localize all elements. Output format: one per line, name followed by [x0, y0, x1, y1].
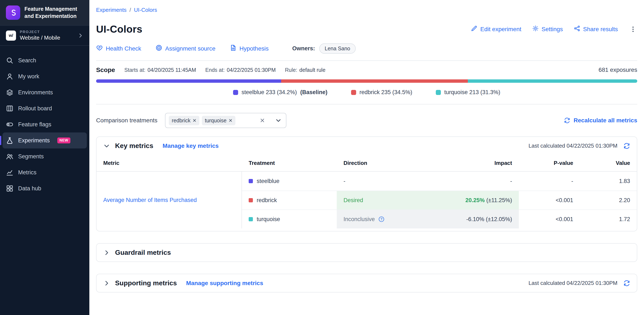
project-info: PROJECT Website / Mobile	[20, 30, 60, 41]
metric-name-link[interactable]: Average Number of Items Purchased	[103, 196, 197, 204]
sidebar-item-label: My work	[18, 73, 40, 80]
col-p-value: P-value	[519, 160, 580, 166]
scope-rule: Rule:default rule	[285, 67, 325, 73]
owner-pill[interactable]: Lena Sano	[319, 43, 356, 54]
sidebar-item-label: Experiments	[18, 137, 50, 144]
sidebar-item-environments[interactable]: Environments	[0, 84, 89, 100]
sidebar-item-segments[interactable]: Segments	[0, 148, 89, 164]
col-impact: Impact	[444, 160, 519, 166]
assignment-source-link[interactable]: Assignment source	[156, 44, 215, 53]
guardrail-metrics-title: Guardrail metrics	[115, 249, 171, 257]
value-cell: 2.20	[580, 191, 637, 210]
metrics-table-header: Metric Treatment Direction Impact P-valu…	[96, 155, 637, 172]
expand-chevron-right-icon[interactable]	[103, 280, 110, 287]
direction-cell: Desired	[337, 191, 444, 210]
breadcrumb-experiments-link[interactable]: Experiments	[96, 7, 127, 13]
exposure-distribution-bar	[96, 79, 637, 83]
chevron-down-icon[interactable]	[271, 113, 286, 128]
treatment-cell: redbrick	[242, 191, 337, 210]
sidebar: Feature Management and Experimentation w…	[0, 0, 89, 315]
p-value-cell: <0.001	[519, 210, 580, 229]
bar-segment-turquoise	[468, 79, 637, 83]
manage-supporting-metrics-link[interactable]: Manage supporting metrics	[186, 280, 263, 287]
owners-label: Owners:	[292, 45, 315, 52]
collapse-chevron-down-icon[interactable]	[103, 143, 110, 149]
heart-check-icon	[96, 44, 103, 53]
flask-icon	[6, 137, 14, 144]
col-direction: Direction	[337, 160, 444, 166]
sidebar-item-rollout-board[interactable]: Rollout board	[0, 100, 89, 116]
legend-baseline-label: (Baseline)	[300, 89, 328, 96]
chip-remove-icon[interactable]	[192, 119, 196, 122]
treatment-swatch	[249, 217, 253, 221]
new-badge: NEW	[57, 137, 70, 143]
recalculate-all-metrics-button[interactable]: Recalculate all metrics	[564, 117, 637, 124]
value-cell: 1.72	[580, 210, 637, 229]
sidebar-item-metrics[interactable]: Metrics	[0, 164, 89, 180]
comparison-label: Comparison treatments	[96, 117, 158, 124]
main-content: Experiments / UI-Colors UI-Colors Edit e…	[89, 0, 644, 315]
chip-turquoise: turquoise	[202, 116, 236, 125]
manage-key-metrics-link[interactable]: Manage key metrics	[162, 143, 218, 149]
info-question-icon[interactable]: ?	[378, 216, 384, 222]
refresh-icon[interactable]	[623, 143, 630, 149]
p-value-cell: -	[519, 172, 580, 191]
table-row-redbrick: redbrick Desired 20.25% (±11.25%) <0.001…	[242, 191, 637, 210]
scope-ends: Ends at:04/22/2025 01:30PM	[205, 67, 276, 73]
clear-all-icon[interactable]	[256, 118, 268, 123]
kanban-board-icon	[6, 105, 14, 112]
treatment-swatch	[249, 198, 253, 202]
more-options-kebab-icon[interactable]	[629, 25, 637, 33]
owners: Owners: Lena Sano	[292, 43, 356, 54]
legend-label: steelblue 233 (34.2%)	[242, 89, 297, 96]
brand: Feature Management and Experimentation	[0, 0, 89, 25]
breadcrumb-separator: /	[130, 7, 131, 13]
toggle-icon	[6, 121, 14, 128]
chip-redbrick: redbrick	[169, 116, 199, 125]
brand-title: Feature Management and Experimentation	[24, 5, 77, 20]
guardrail-metrics-card: Guardrail metrics	[96, 243, 637, 262]
guardrail-metrics-header: Guardrail metrics	[96, 244, 637, 262]
chevron-right-icon	[78, 33, 84, 38]
table-row-steelblue: steelblue - - - 1.83	[242, 172, 637, 191]
sidebar-item-feature-flags[interactable]: Feature flags	[0, 116, 89, 132]
bar-segment-steelblue	[96, 79, 281, 83]
last-calculated-text: Last calculated 04/22/2025 01:30PM	[528, 143, 618, 149]
project-badge-icon: w/	[6, 30, 16, 41]
hypothesis-link[interactable]: Hypothesis	[230, 44, 269, 53]
expand-chevron-right-icon[interactable]	[103, 249, 110, 256]
legend-item-redbrick: redbrick 235 (34.5%)	[351, 89, 412, 96]
direction-cell: -	[337, 172, 444, 191]
legend-item-steelblue: steelblue 233 (34.2%) (Baseline)	[233, 89, 328, 96]
sidebar-item-experiments[interactable]: Experiments NEW	[2, 132, 87, 148]
refresh-icon[interactable]	[623, 280, 630, 287]
chip-remove-icon[interactable]	[229, 119, 232, 122]
edit-experiment-button[interactable]: Edit experiment	[471, 25, 521, 33]
impact-cell: -6.10% (±12.05%)	[444, 210, 519, 229]
search-icon	[6, 57, 14, 64]
supporting-metrics-title: Supporting metrics	[115, 279, 177, 287]
sidebar-item-search[interactable]: Search	[0, 52, 89, 68]
project-switcher[interactable]: w/ PROJECT Website / Mobile	[0, 25, 89, 46]
settings-button[interactable]: Settings	[532, 25, 563, 33]
gear-icon	[532, 25, 539, 33]
key-metrics-header: Key metrics Manage key metrics Last calc…	[96, 137, 637, 155]
health-check-label: Health Check	[106, 45, 141, 52]
key-metrics-right: Last calculated 04/22/2025 01:30PM	[528, 143, 630, 149]
share-results-label: Share results	[583, 26, 618, 33]
sidebar-item-data-hub[interactable]: Data hub	[0, 180, 89, 196]
share-results-button[interactable]: Share results	[574, 25, 618, 33]
health-check-link[interactable]: Health Check	[96, 44, 141, 53]
metric-cell: Average Number of Items Purchased	[96, 172, 242, 229]
comparison-treatments-select[interactable]: redbrick turquoise	[165, 113, 286, 128]
grid-icon	[6, 185, 14, 192]
key-metrics-title: Key metrics	[115, 142, 153, 150]
supporting-metrics-right: Last calculated 04/22/2025 01:30PM	[528, 280, 630, 287]
treatment-cell: turquoise	[242, 210, 337, 229]
value-cell: 1.83	[580, 172, 637, 191]
impact-cell: -	[444, 172, 519, 191]
breadcrumb-current-link[interactable]: UI-Colors	[134, 7, 157, 13]
share-icon	[574, 25, 580, 33]
sidebar-item-my-work[interactable]: My work	[0, 68, 89, 84]
header-actions: Edit experiment Settings Share results	[471, 25, 637, 33]
